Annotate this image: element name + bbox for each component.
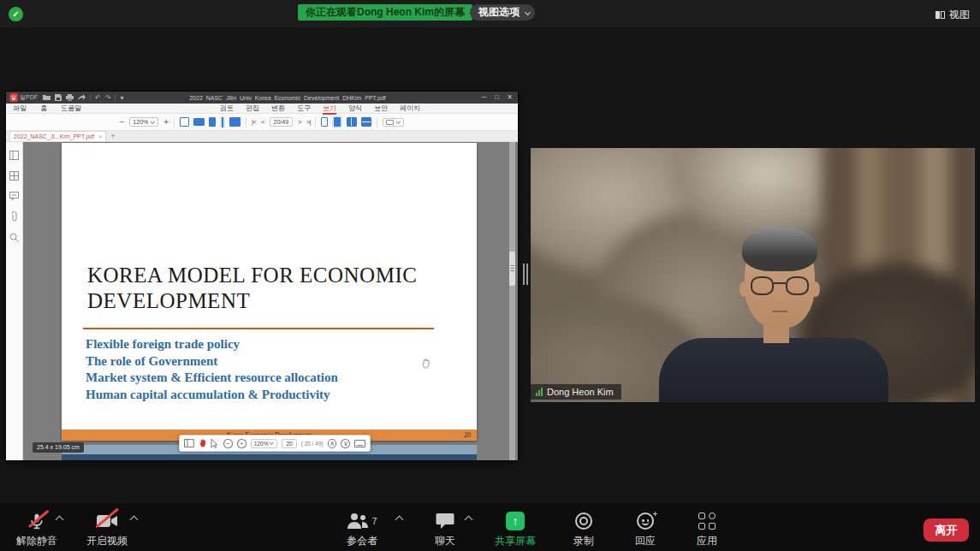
ribbon-tab-review[interactable]: 검토 (220, 104, 234, 115)
ribbon-tab-tools[interactable]: 도구 (297, 104, 311, 115)
ribbon-tab-security[interactable]: 보안 (374, 104, 388, 115)
ribbon-tab-edit[interactable]: 편집 (246, 104, 259, 115)
page-up-button[interactable]: ∧ (328, 439, 337, 448)
select-tool-icon[interactable] (211, 439, 219, 448)
app-name: 알PDF (20, 93, 38, 102)
single-page-icon[interactable] (321, 117, 328, 127)
search-panel-icon[interactable] (9, 233, 19, 242)
floating-zoom-select[interactable]: 120% (251, 439, 278, 448)
fit-page-selected[interactable] (220, 116, 225, 128)
reactions-icon: + (637, 512, 654, 530)
more-view-options[interactable] (383, 118, 404, 127)
participant-name: Dong Heon Kim (547, 387, 614, 397)
person-head (745, 232, 815, 328)
view-button[interactable]: 视图 (935, 8, 970, 22)
hand-tool-icon[interactable] (199, 438, 207, 448)
meeting-controls-bar: 解除静音 开启视频 7 (0, 503, 980, 551)
reactions-button[interactable]: + 回应 (615, 510, 675, 548)
document-canvas: KOREA MODEL FOR ECONOMIC DEVELOPMENT Fle… (23, 142, 518, 460)
new-tab-button[interactable]: + (110, 131, 115, 141)
thumbnails-panel-icon[interactable] (9, 151, 19, 160)
maximize-button[interactable]: □ (490, 92, 503, 104)
apps-button[interactable]: 应用 (677, 510, 737, 548)
start-video-button[interactable]: 开启视频 (77, 510, 137, 548)
slide-bullet: Market system & Efficient resource alloc… (86, 370, 445, 387)
last-page-button[interactable]: >| (306, 118, 311, 126)
floating-page-input[interactable]: 20 (282, 439, 296, 448)
two-page-icon[interactable] (347, 117, 357, 127)
participants-label: 参会者 (347, 534, 377, 548)
participants-options-chevron[interactable] (395, 516, 404, 524)
keyboard-panel-icon[interactable] (354, 440, 365, 447)
ribbon-tab-view[interactable]: 보기 (323, 104, 336, 115)
zoom-level-select[interactable]: 120% (129, 117, 158, 127)
ribbon-tab-forms[interactable]: 양식 (348, 104, 362, 115)
menu-home[interactable]: 홈 (40, 104, 47, 113)
split-drag-handle[interactable] (523, 264, 528, 285)
attachments-panel-icon[interactable] (10, 211, 18, 222)
zoom-in-button[interactable]: + (163, 117, 169, 127)
actual-size-icon[interactable] (180, 117, 189, 127)
zoom-in-circle-button[interactable]: + (237, 439, 246, 448)
participant-name-tag: Dong Heon Kim (531, 384, 621, 400)
zoom-meeting-window: ✓ 你正在观看Dong Heon Kim的屏幕 视图选项 视图 알 알PDF ↶… (0, 0, 980, 551)
fit-page-icon (222, 117, 223, 127)
pdf-content-area: › KOREA MODEL FOR ECONOMIC DEVELOPMENT F… (6, 142, 518, 460)
view-options-button[interactable]: 视图选项 (470, 4, 535, 21)
watching-screen-banner: 你正在观看Dong Heon Kim的屏幕 (298, 4, 472, 21)
chat-button[interactable]: 聊天 (415, 510, 475, 548)
page-down-button[interactable]: ∨ (341, 439, 350, 448)
fit-height-icon[interactable] (209, 117, 216, 127)
leave-meeting-button[interactable]: 离开 (924, 518, 969, 542)
document-tab[interactable]: 2022_NASC_Ji...Kim_PPT.pdf × (9, 131, 106, 141)
next-slide-preview-band-dark (62, 454, 477, 460)
fit-width-icon[interactable] (193, 118, 205, 126)
chevron-down-icon (525, 9, 531, 15)
vertical-scrollbar[interactable] (509, 142, 515, 460)
next-page-button[interactable]: > (298, 118, 301, 126)
print-icon[interactable] (66, 94, 74, 101)
share-icon[interactable] (78, 94, 86, 101)
close-button[interactable]: ✕ (503, 92, 516, 104)
slide-title: KOREA MODEL FOR ECONOMIC DEVELOPMENT (87, 263, 440, 313)
menu-help[interactable]: 도움말 (61, 104, 81, 113)
four-page-icon[interactable] (361, 117, 371, 127)
participant-video-tile[interactable]: Dong Heon Kim (531, 148, 975, 402)
record-button[interactable]: 录制 (554, 510, 614, 548)
comments-panel-icon[interactable] (9, 192, 19, 200)
person-hair (742, 227, 817, 271)
continuous-selected[interactable] (332, 116, 342, 128)
slide-page-number: 20 (464, 430, 471, 441)
minimize-button[interactable]: ─ (478, 92, 490, 104)
page-number-input[interactable]: 20/49 (270, 117, 294, 127)
participants-icon (347, 512, 369, 530)
ribbon-tab-pages[interactable]: 페이지 (400, 104, 420, 115)
reactions-label: 回应 (635, 534, 656, 548)
ribbon-tab-convert[interactable]: 변환 (271, 104, 285, 115)
participants-button[interactable]: 7 参会者 (332, 510, 392, 548)
bookmarks-panel-icon[interactable] (9, 171, 19, 181)
glasses (751, 276, 809, 297)
zoom-out-circle-button[interactable]: − (223, 439, 233, 448)
share-screen-button[interactable]: ↑ 共享屏幕 (485, 510, 545, 548)
save-icon[interactable] (55, 94, 62, 101)
slide-divider-rule (83, 328, 434, 329)
view-label: 视图 (949, 8, 970, 22)
sidebar-toggle-icon[interactable] (184, 439, 194, 447)
continuous-scroll-icon (334, 117, 341, 127)
divider (174, 117, 175, 127)
scrollbar-thumb[interactable] (509, 252, 515, 286)
slide-bullet: Human capital accumulation & Productivit… (86, 387, 445, 404)
fit-visible-icon[interactable] (229, 117, 241, 127)
security-shield-icon[interactable]: ✓ (9, 7, 23, 21)
view-options-label: 视图选项 (478, 6, 520, 18)
zoom-out-button[interactable]: − (120, 117, 125, 127)
first-page-button[interactable]: |< (252, 118, 256, 126)
signal-strength-icon (536, 388, 543, 396)
undo-icon[interactable]: ↶ (95, 94, 101, 102)
close-tab-icon[interactable]: × (98, 132, 102, 141)
prev-page-button[interactable]: < (261, 118, 264, 126)
menu-file[interactable]: 파일 (13, 104, 27, 113)
layout-view-icon (935, 11, 945, 19)
open-folder-icon[interactable] (43, 94, 50, 101)
